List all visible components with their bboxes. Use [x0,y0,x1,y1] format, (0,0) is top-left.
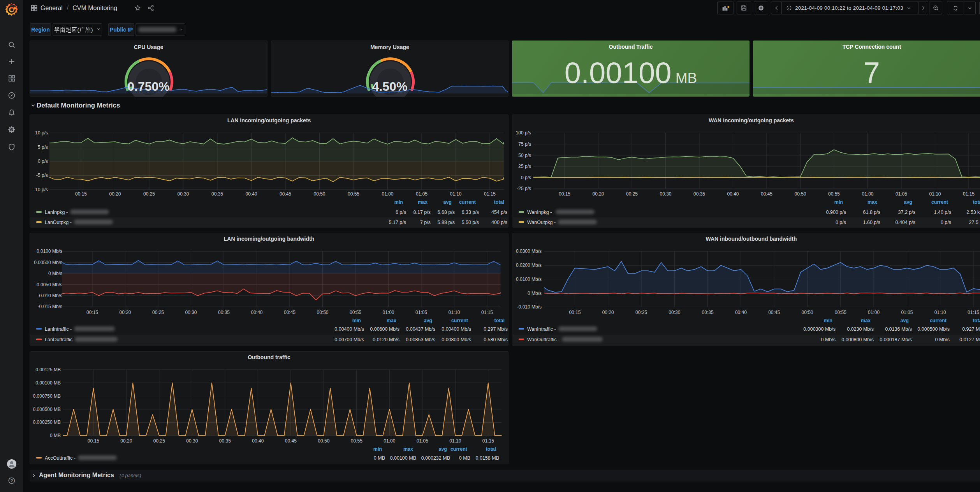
svg-text:01:05: 01:05 [417,438,428,444]
svg-text:00:50: 00:50 [794,191,806,197]
svg-text:00:25: 00:25 [635,310,647,315]
svg-text:-0.010 Mb/s: -0.010 Mb/s [38,293,62,298]
svg-text:25 p/s: 25 p/s [518,164,531,169]
svg-text:00:30: 00:30 [185,310,197,315]
svg-text:00:45: 00:45 [761,191,772,197]
svg-text:00:40: 00:40 [245,191,257,197]
svg-text:00:25: 00:25 [143,191,155,197]
svg-text:0.0100 Mb/s: 0.0100 Mb/s [516,277,542,282]
svg-text:00:35: 00:35 [693,191,705,197]
svg-text:01:15: 01:15 [482,438,494,444]
svg-text:75 p/s: 75 p/s [518,141,531,147]
svg-text:-0.010 Mb/s: -0.010 Mb/s [517,304,542,310]
svg-text:00:15: 00:15 [75,191,87,197]
svg-text:01:00: 01:00 [862,191,873,197]
svg-text:01:00: 01:00 [868,310,880,315]
svg-text:-5 p/s: -5 p/s [36,173,48,178]
svg-text:00:50: 00:50 [313,191,325,197]
svg-text:01:05: 01:05 [415,310,427,315]
svg-text:0.00125 MB: 0.00125 MB [35,367,61,372]
svg-text:00:25: 00:25 [152,310,164,315]
svg-text:00:45: 00:45 [768,310,780,315]
svg-text:01:15: 01:15 [968,310,979,315]
svg-text:00:50: 00:50 [318,438,329,444]
svg-text:00:40: 00:40 [251,310,262,315]
svg-text:0.0100 Mb/s: 0.0100 Mb/s [37,249,62,254]
svg-text:00:35: 00:35 [702,310,714,315]
svg-text:01:10: 01:10 [934,310,946,315]
svg-text:00:45: 00:45 [285,438,297,444]
svg-text:0 p/s: 0 p/s [521,175,531,180]
svg-text:?: ? [11,478,13,483]
svg-text:00:40: 00:40 [252,438,264,444]
svg-text:-25 p/s: -25 p/s [517,186,531,191]
svg-text:00:20: 00:20 [109,191,121,197]
svg-text:00:30: 00:30 [669,310,680,315]
svg-text:0 Mb/s: 0 Mb/s [48,271,62,276]
svg-text:01:00: 01:00 [384,438,395,444]
svg-text:01:10: 01:10 [929,191,941,197]
svg-text:00:40: 00:40 [735,310,747,315]
svg-text:0.0300 Mb/s: 0.0300 Mb/s [516,249,542,254]
svg-text:01:15: 01:15 [963,191,975,197]
svg-text:0.00500 Mb/s: 0.00500 Mb/s [34,260,62,265]
svg-text:00:15: 00:15 [88,438,99,444]
svg-text:01:10: 01:10 [450,191,461,197]
svg-text:00:20: 00:20 [592,191,604,197]
svg-text:00:35: 00:35 [211,191,223,197]
svg-text:-0.0050 Mb/s: -0.0050 Mb/s [35,282,62,287]
svg-text:00:15: 00:15 [86,310,98,315]
svg-text:01:05: 01:05 [901,310,913,315]
svg-text:01:10: 01:10 [449,438,461,444]
svg-text:00:45: 00:45 [280,191,291,197]
svg-text:00:15: 00:15 [569,310,581,315]
svg-text:00:20: 00:20 [602,310,614,315]
svg-text:00:35: 00:35 [218,310,230,315]
svg-text:-10 p/s: -10 p/s [33,187,48,192]
svg-text:00:55: 00:55 [348,191,359,197]
svg-text:00:30: 00:30 [660,191,671,197]
svg-text:0.0200 Mb/s: 0.0200 Mb/s [516,263,542,268]
svg-text:5 p/s: 5 p/s [38,145,48,150]
svg-text:01:15: 01:15 [481,310,493,315]
svg-text:00:40: 00:40 [727,191,739,197]
svg-text:0 p/s: 0 p/s [38,159,48,164]
svg-text:0.000500 MB: 0.000500 MB [33,407,61,412]
svg-text:0 Mb/s: 0 Mb/s [528,291,542,296]
svg-text:10 p/s: 10 p/s [35,130,48,136]
svg-text:100 p/s: 100 p/s [516,130,531,136]
svg-text:0.00100 MB: 0.00100 MB [35,380,61,386]
svg-text:00:50: 00:50 [801,310,813,315]
svg-text:00:55: 00:55 [828,191,840,197]
svg-text:0.000750 MB: 0.000750 MB [33,393,61,399]
svg-text:00:30: 00:30 [186,438,198,444]
svg-text:00:30: 00:30 [177,191,189,197]
svg-text:00:55: 00:55 [835,310,846,315]
svg-text:00:50: 00:50 [317,310,328,315]
svg-text:00:35: 00:35 [219,438,231,444]
svg-text:00:45: 00:45 [284,310,296,315]
svg-text:00:15: 00:15 [559,191,570,197]
svg-text:01:15: 01:15 [484,191,496,197]
svg-text:00:20: 00:20 [119,310,131,315]
svg-text:-0.015 Mb/s: -0.015 Mb/s [38,304,62,309]
svg-text:00:25: 00:25 [626,191,638,197]
svg-text:01:10: 01:10 [448,310,460,315]
svg-text:0.000250 MB: 0.000250 MB [33,420,61,425]
svg-text:01:00: 01:00 [382,310,394,315]
svg-text:0 MB: 0 MB [50,433,61,438]
svg-text:00:20: 00:20 [120,438,132,444]
svg-text:01:05: 01:05 [896,191,907,197]
svg-text:00:55: 00:55 [350,310,361,315]
svg-text:00:55: 00:55 [351,438,362,444]
svg-text:50 p/s: 50 p/s [518,153,531,158]
svg-text:00:25: 00:25 [153,438,165,444]
svg-text:01:05: 01:05 [416,191,428,197]
svg-text:01:00: 01:00 [382,191,393,197]
